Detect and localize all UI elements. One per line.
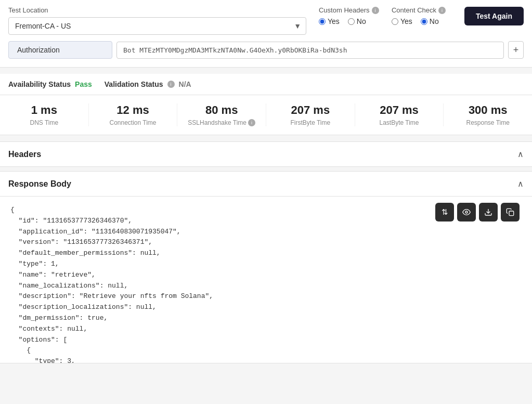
- custom-headers-no-radio[interactable]: [348, 18, 355, 25]
- metric-item: 207 msLastByte Time: [355, 103, 444, 126]
- content-check-group: Content Check i Yes No: [392, 6, 454, 25]
- metric-label: Response Time: [444, 119, 532, 126]
- auth-value-input[interactable]: [116, 42, 504, 59]
- metric-label: DNS Time: [0, 119, 88, 126]
- content-check-radio-row: Yes No: [392, 17, 454, 25]
- custom-headers-info-icon[interactable]: i: [372, 7, 379, 14]
- custom-headers-yes-label: Yes: [328, 17, 340, 25]
- metric-value: 207 ms: [266, 103, 355, 117]
- custom-headers-no[interactable]: No: [348, 17, 366, 25]
- custom-headers-radio-row: Yes No: [319, 17, 381, 25]
- metric-item: 80 msSSLHandshake Timei: [177, 103, 266, 126]
- content-check-yes-radio[interactable]: [392, 18, 398, 25]
- metric-item: 1 msDNS Time: [0, 103, 89, 126]
- json-body[interactable]: { "id": "1131653777326346370", "applicat…: [0, 197, 532, 363]
- content-check-info-icon[interactable]: i: [438, 7, 446, 14]
- content-check-yes[interactable]: Yes: [392, 17, 412, 25]
- custom-headers-yes-radio[interactable]: [319, 18, 326, 25]
- response-body-chevron-icon: ∧: [517, 179, 524, 189]
- availability-status-value: Pass: [75, 80, 92, 88]
- metric-value: 80 ms: [177, 103, 266, 117]
- json-expand-button[interactable]: ⇅: [435, 203, 454, 221]
- validation-status-value: N/A: [179, 80, 191, 88]
- auth-label: Authorization: [8, 41, 112, 59]
- validation-status-label: Validation Status: [105, 80, 163, 88]
- content-check-no-label: No: [430, 17, 439, 25]
- location-select[interactable]: Fremont-CA - US: [8, 17, 306, 35]
- headers-section-header[interactable]: Headers ∧: [0, 141, 532, 167]
- metric-item: 12 msConnection Time: [89, 103, 178, 126]
- test-location-label: Test Location: [8, 6, 306, 14]
- headers-chevron-icon: ∧: [517, 149, 524, 159]
- svg-rect-2: [509, 211, 514, 216]
- json-copy-button[interactable]: [501, 203, 520, 221]
- metric-value: 207 ms: [355, 103, 444, 117]
- json-download-button[interactable]: [479, 203, 498, 221]
- custom-headers-no-label: No: [357, 17, 366, 25]
- json-view-button[interactable]: [457, 203, 476, 221]
- metric-info-icon[interactable]: i: [248, 119, 255, 126]
- add-header-button[interactable]: +: [508, 41, 524, 59]
- response-body-title: Response Body: [8, 179, 71, 189]
- metric-label: LastByte Time: [355, 119, 444, 126]
- metric-item: 207 msFirstByte Time: [266, 103, 355, 126]
- metric-value: 12 ms: [89, 103, 177, 117]
- content-check-yes-label: Yes: [400, 17, 412, 25]
- metric-label: SSLHandshake Timei: [177, 119, 266, 126]
- json-actions: ⇅: [435, 203, 520, 221]
- json-container: ⇅ { "id": "1131653777326346370", "applic…: [0, 197, 532, 363]
- metric-value: 1 ms: [0, 103, 88, 117]
- response-body-section-header[interactable]: Response Body ∧: [0, 171, 532, 197]
- metric-item: 300 msResponse Time: [444, 103, 532, 126]
- top-panel: Test Location Fremont-CA - US ▼ Custom H…: [0, 0, 532, 68]
- availability-status-label: Availability Status: [8, 80, 71, 88]
- test-again-button[interactable]: Test Again: [464, 7, 524, 25]
- headers-section-title: Headers: [8, 150, 41, 159]
- auth-row: Authorization +: [8, 41, 524, 59]
- metrics-row: 1 msDNS Time12 msConnection Time80 msSSL…: [0, 95, 532, 135]
- metric-label: FirstByte Time: [266, 119, 355, 126]
- top-row: Test Location Fremont-CA - US ▼ Custom H…: [8, 6, 524, 35]
- custom-headers-label: Custom Headers i: [319, 6, 381, 14]
- custom-headers-yes[interactable]: Yes: [319, 17, 340, 25]
- content-check-no-radio[interactable]: [421, 18, 427, 25]
- custom-headers-group: Custom Headers i Yes No: [319, 6, 381, 25]
- content-check-label: Content Check i: [392, 6, 454, 14]
- metric-label: Connection Time: [89, 119, 177, 126]
- svg-point-0: [465, 211, 468, 213]
- status-bar: Availability Status Pass Validation Stat…: [0, 74, 532, 95]
- test-location-section: Test Location Fremont-CA - US ▼: [8, 6, 306, 35]
- validation-info-icon[interactable]: i: [167, 81, 175, 88]
- controls-row: Custom Headers i Yes No Content Che: [319, 6, 524, 25]
- metric-value: 300 ms: [444, 103, 532, 117]
- location-select-wrapper[interactable]: Fremont-CA - US ▼: [8, 17, 306, 35]
- content-check-no[interactable]: No: [421, 17, 439, 25]
